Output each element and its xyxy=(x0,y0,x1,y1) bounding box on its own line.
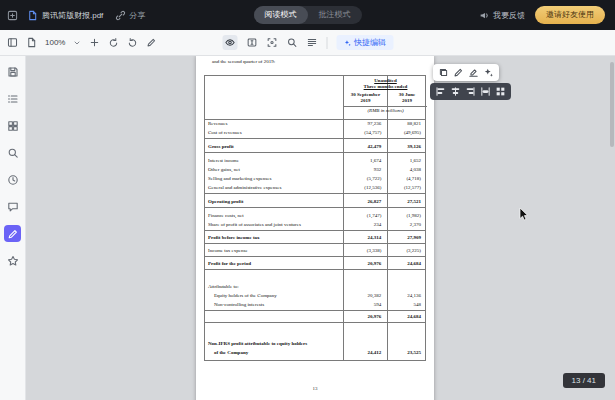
search-icon[interactable] xyxy=(286,37,297,48)
mode-annotate-tab[interactable]: 批注模式 xyxy=(308,6,362,24)
table-spacer xyxy=(205,269,425,283)
toolbar-center-group: 快捷编辑 xyxy=(222,35,393,50)
pdf-file-icon xyxy=(27,10,38,21)
table-row: Income tax expense(3,338)(3,225) xyxy=(205,247,425,256)
table-row: Profit before income tax24,31427,909 xyxy=(205,234,425,243)
zoom-in-icon[interactable] xyxy=(89,37,100,48)
table-row: Cost of revenues(54,757)(49,695) xyxy=(205,129,425,138)
table-row: Non-IFRS profit attributable to equity h… xyxy=(205,340,425,349)
scrollbar-thumb[interactable] xyxy=(610,62,614,147)
sidebar-comment-icon[interactable] xyxy=(4,198,21,215)
zoom-level[interactable]: 100% xyxy=(45,38,65,47)
quick-edit-label: 快捷编辑 xyxy=(354,37,386,48)
feedback-button[interactable]: 我要反馈 xyxy=(479,10,525,21)
alignment-toolbar xyxy=(430,83,511,100)
table-row: of the Company24,41223,525 xyxy=(205,349,425,358)
highlighter-icon[interactable] xyxy=(468,67,479,78)
sidebar-outline-icon[interactable] xyxy=(4,90,21,107)
table-row: Attributable to: xyxy=(205,283,425,292)
document-title: 腾讯简版财报.pdf xyxy=(42,10,103,21)
align-right-icon[interactable] xyxy=(465,86,476,97)
page-footer-number: 13 xyxy=(196,386,434,392)
document-tab[interactable]: 腾讯简版财报.pdf xyxy=(27,10,103,21)
view-mode-icon[interactable] xyxy=(222,35,237,50)
table-row: Gross profit42,47939,126 xyxy=(205,143,425,152)
table-row: Other gains, net9324,038 xyxy=(205,166,425,175)
copy-icon[interactable] xyxy=(438,67,449,78)
sidebar-search-icon[interactable] xyxy=(4,144,21,161)
rotate-left-icon[interactable] xyxy=(108,37,119,48)
annotate-pen-icon[interactable] xyxy=(146,37,157,48)
toolbar-left-group: 100% xyxy=(7,37,157,48)
selection-toolbar xyxy=(433,64,499,81)
link-icon xyxy=(115,10,126,21)
intro-text: and the second quarter of 2019: xyxy=(212,59,275,65)
sparkle-icon xyxy=(343,39,351,47)
text-select-icon[interactable] xyxy=(246,37,257,48)
distribute-icon[interactable] xyxy=(480,86,491,97)
table-row: Finance costs, net(1,747)(1,982) xyxy=(205,212,425,221)
table-row: Non-controlling interests594548 xyxy=(205,301,425,310)
page-indicator: 13 / 41 xyxy=(563,373,605,388)
table-row: Selling and marketing expenses(5,722)(4,… xyxy=(205,175,425,184)
share-button[interactable]: 分享 xyxy=(115,10,145,21)
toolbar: 100% 快捷编辑 xyxy=(0,30,615,56)
share-label: 分享 xyxy=(129,10,145,21)
mode-toggle: 阅读模式 批注模式 xyxy=(254,6,362,24)
document-canvas[interactable]: and the second quarter of 2019: Unaudite… xyxy=(26,56,615,400)
table-row: Interest income1,6741,652 xyxy=(205,157,425,166)
rotate-right-icon[interactable] xyxy=(127,37,138,48)
header-col1-date: 30 September 2019 xyxy=(344,91,387,108)
edit-pen-icon[interactable] xyxy=(453,67,464,78)
sidebar-save-icon[interactable] xyxy=(4,63,21,80)
align-center-icon[interactable] xyxy=(450,86,461,97)
table-row: Revenues97,23688,821 xyxy=(205,120,425,129)
table-row: General and administrative expenses(12,5… xyxy=(205,184,425,193)
sidebar-toggle-icon[interactable] xyxy=(7,37,18,48)
align-left-icon[interactable] xyxy=(435,86,446,97)
sidebar-history-icon[interactable] xyxy=(4,171,21,188)
header-unit: (RMB in millions) xyxy=(344,107,427,114)
reading-mode-icon[interactable] xyxy=(306,37,317,48)
table-row: Equity holders of the Company20,38224,13… xyxy=(205,292,425,301)
quick-edit-button[interactable]: 快捷编辑 xyxy=(336,35,393,50)
app-logo-icon[interactable] xyxy=(7,10,18,21)
table-row: 20,97624,684 xyxy=(205,313,425,322)
megaphone-icon xyxy=(479,10,490,21)
zoom-caret-icon[interactable] xyxy=(73,39,81,47)
feedback-label: 我要反馈 xyxy=(493,10,525,21)
mode-read-tab[interactable]: 阅读模式 xyxy=(254,6,308,24)
mouse-cursor xyxy=(519,208,531,221)
toolbar-divider xyxy=(326,37,327,49)
sidebar-thumbnails-icon[interactable] xyxy=(4,117,21,134)
header-col2-date: 30 June 2019 xyxy=(387,91,427,108)
left-sidebar xyxy=(0,56,26,400)
sparkle-icon[interactable] xyxy=(483,67,494,78)
table-row: Operating profit26,82727,521 xyxy=(205,198,425,207)
app-window: 腾讯简版财报.pdf 分享 阅读模式 批注模式 我要反馈 邀请好友使用 100% xyxy=(0,0,615,400)
invite-button[interactable]: 邀请好友使用 xyxy=(535,6,605,24)
table-row: Profit for the period20,97624,684 xyxy=(205,260,425,269)
table-body: Revenues97,23688,821Cost of revenues(54,… xyxy=(205,120,425,358)
screenshot-icon[interactable] xyxy=(266,37,277,48)
sidebar-annotate-icon[interactable] xyxy=(4,225,21,242)
header-unaudited: Unaudited xyxy=(344,76,427,84)
financial-table: Unaudited Three months ended 30 Septembe… xyxy=(204,75,426,361)
titlebar: 腾讯简版财报.pdf 分享 阅读模式 批注模式 我要反馈 邀请好友使用 xyxy=(0,0,615,30)
pdf-page: and the second quarter of 2019: Unaudite… xyxy=(196,56,434,400)
sidebar-star-icon[interactable] xyxy=(4,252,21,269)
table-row: Share of profit of associates and joint … xyxy=(205,221,425,230)
table-header: Unaudited Three months ended 30 Septembe… xyxy=(205,76,425,120)
page-layout-icon[interactable] xyxy=(26,37,37,48)
titlebar-right-group: 我要反馈 邀请好友使用 xyxy=(479,6,605,24)
table-spacer xyxy=(205,322,425,340)
grid-icon[interactable] xyxy=(495,86,506,97)
